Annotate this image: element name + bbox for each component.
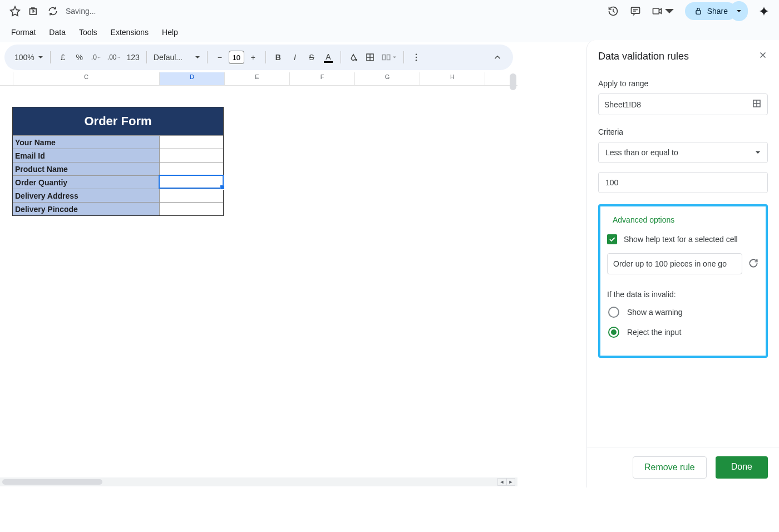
range-value: Sheet1!D8 — [604, 100, 752, 109]
apply-range-label: Apply to range — [598, 79, 768, 88]
text-color-button[interactable]: A — [321, 49, 336, 66]
refresh-icon[interactable] — [748, 258, 759, 270]
remove-rule-button[interactable]: Remove rule — [633, 456, 707, 479]
svg-rect-6 — [387, 55, 389, 60]
order-form-title: Order Form — [13, 107, 223, 135]
order-form-table: Order Form Your Name Email Id Product Na… — [12, 107, 224, 216]
currency-button[interactable]: £ — [55, 49, 71, 66]
radio-reject-input[interactable] — [608, 327, 619, 338]
done-button[interactable]: Done — [716, 456, 768, 479]
row-value[interactable] — [160, 189, 223, 202]
share-button[interactable]: Share — [685, 2, 737, 20]
row-value[interactable] — [160, 203, 223, 215]
share-dropdown[interactable] — [730, 1, 748, 21]
move-icon[interactable] — [28, 5, 40, 17]
scrollbar-thumb[interactable] — [2, 479, 102, 485]
italic-button[interactable]: I — [287, 49, 303, 66]
menu-data[interactable]: Data — [43, 24, 71, 40]
row-label: Delivery Pincode — [13, 203, 160, 215]
help-text-value: Order up to 100 pieces in one go — [613, 259, 727, 268]
decrease-font-button[interactable]: − — [212, 49, 228, 66]
scroll-left-icon[interactable]: ◄ — [497, 478, 506, 486]
col-header-c[interactable]: C — [13, 72, 160, 85]
vertical-scrollbar[interactable] — [510, 73, 516, 90]
svg-rect-5 — [382, 55, 385, 60]
menu-extensions[interactable]: Extensions — [105, 24, 154, 40]
table-row: Delivery Pincode — [13, 202, 223, 215]
menubar: Format Data Tools Extensions Help — [0, 22, 779, 42]
svg-rect-2 — [696, 11, 701, 14]
gemini-icon[interactable] — [758, 5, 770, 17]
increase-decimal-button[interactable]: .00→ — [105, 49, 124, 66]
font-family-dropdown[interactable]: Defaul... — [151, 49, 203, 66]
range-input[interactable]: Sheet1!D8 — [598, 93, 768, 115]
merge-button[interactable] — [379, 49, 399, 66]
col-header-h[interactable]: H — [420, 72, 485, 85]
corner-cell[interactable] — [0, 72, 13, 85]
col-header-f[interactable]: F — [290, 72, 355, 85]
percent-button[interactable]: % — [72, 49, 87, 66]
horizontal-scrollbar[interactable]: ◄ ► — [0, 477, 517, 486]
radio-warning-label: Show a warning — [627, 308, 683, 317]
col-header-e[interactable]: E — [225, 72, 290, 85]
row-value[interactable] — [160, 149, 223, 162]
cloud-sync-icon[interactable] — [47, 5, 59, 17]
svg-rect-0 — [631, 7, 639, 13]
help-text-input[interactable]: Order up to 100 pieces in one go — [607, 253, 742, 274]
zoom-dropdown[interactable]: 100% — [12, 49, 46, 66]
strikethrough-button[interactable]: S — [304, 49, 319, 66]
panel-title: Data validation rules — [598, 51, 689, 62]
criteria-value: Less than or equal to — [605, 148, 678, 157]
scroll-right-icon[interactable]: ► — [506, 478, 515, 486]
selected-cell[interactable] — [159, 175, 224, 189]
svg-rect-1 — [653, 8, 659, 14]
criteria-label: Criteria — [598, 127, 768, 136]
menu-help[interactable]: Help — [156, 24, 184, 40]
share-label: Share — [707, 7, 728, 16]
advanced-options-title: Advanced options — [613, 215, 759, 224]
data-validation-panel: Data validation rules Apply to range She… — [586, 40, 779, 487]
borders-button[interactable] — [362, 49, 378, 66]
more-button[interactable] — [408, 49, 424, 66]
row-label: Your Name — [13, 136, 160, 149]
increase-font-button[interactable]: + — [245, 49, 261, 66]
menu-tools[interactable]: Tools — [73, 24, 103, 40]
criteria-number-input[interactable]: 100 — [598, 172, 768, 193]
table-row: Email Id — [13, 149, 223, 162]
meet-icon[interactable] — [652, 5, 675, 17]
help-text-checkbox[interactable] — [607, 234, 617, 244]
history-icon[interactable] — [607, 5, 619, 17]
collapse-toolbar-button[interactable] — [490, 49, 505, 66]
bold-button[interactable]: B — [270, 49, 286, 66]
zoom-value: 100% — [14, 53, 34, 62]
star-icon[interactable] — [9, 5, 21, 17]
svg-point-3 — [356, 59, 357, 60]
help-text-label: Show help text for a selected cell — [624, 235, 738, 244]
grid-icon[interactable] — [752, 98, 762, 110]
criteria-number-value: 100 — [605, 178, 618, 187]
comment-icon[interactable] — [629, 5, 642, 17]
criteria-dropdown[interactable]: Less than or equal to — [598, 142, 768, 163]
more-formats-button[interactable]: 123 — [125, 49, 142, 66]
advanced-options-box: Advanced options Show help text for a se… — [598, 204, 768, 358]
radio-show-warning[interactable] — [608, 307, 619, 318]
font-name-value: Defaul... — [154, 53, 190, 62]
svg-point-8 — [416, 57, 417, 58]
column-headers: C D E F G H — [0, 72, 517, 86]
decrease-decimal-button[interactable]: .0← — [88, 49, 104, 66]
fill-color-button[interactable] — [346, 49, 361, 66]
row-label: Delivery Address — [13, 189, 160, 202]
svg-point-9 — [416, 60, 417, 61]
row-value[interactable] — [160, 136, 223, 149]
close-icon[interactable] — [758, 50, 768, 62]
table-row: Product Name — [13, 162, 223, 175]
col-header-g[interactable]: G — [355, 72, 420, 85]
toolbar: 100% £ % .0← .00→ 123 Defaul... − + B I … — [4, 45, 513, 70]
font-size-input[interactable] — [229, 51, 244, 64]
menu-format[interactable]: Format — [6, 24, 41, 40]
sheet-area[interactable]: C D E F G H Order Form Your Name Email I… — [0, 72, 517, 532]
row-value[interactable] — [160, 162, 223, 175]
col-header-d[interactable]: D — [160, 72, 225, 85]
radio-reject-label: Reject the input — [627, 328, 681, 337]
svg-point-7 — [416, 54, 417, 55]
